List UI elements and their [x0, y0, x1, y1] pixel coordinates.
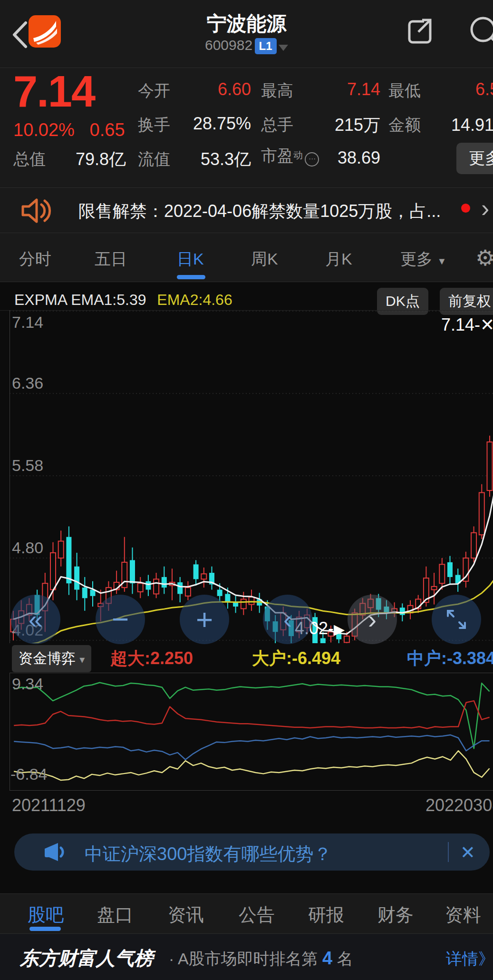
active-tab-underline [177, 275, 205, 279]
price-tag-mark-icon: ✕ [480, 315, 493, 334]
step-forward-button[interactable]: › [348, 595, 397, 644]
tab-more[interactable]: 更多 ▼ [400, 248, 446, 270]
price-change: 10.02% 0.65 [13, 120, 125, 140]
promo-banner[interactable]: 中证沪深300指数有哪些优势？ ✕ [14, 833, 490, 871]
megaphone-icon [42, 841, 69, 863]
y-axis-label: 6.36 [12, 374, 43, 392]
stat-label: 最低 [388, 80, 421, 102]
chevron-down-icon: ▾ [79, 654, 85, 666]
tab-stock-forum[interactable]: 股吧 [28, 903, 64, 927]
detail-link[interactable]: 详情》 [446, 948, 493, 970]
search-icon [467, 13, 493, 51]
gear-icon[interactable]: ⚙ [475, 245, 493, 271]
banner-close-icon[interactable]: ✕ [460, 842, 475, 863]
news-ticker[interactable]: 限售解禁：2022-04-06解禁数量1025万股，占... › [0, 188, 493, 232]
stat-value: 215万 [309, 114, 380, 137]
stock-code: 600982 [205, 37, 252, 53]
zoom-in-button[interactable]: + [180, 595, 229, 644]
fullscreen-button[interactable] [432, 595, 481, 644]
date-start-label: 20211129 [12, 795, 86, 815]
stat-label: 市盈 [261, 147, 293, 165]
stat-label: 流值 [138, 148, 170, 170]
banner-divider [448, 842, 449, 862]
tab-financials[interactable]: 财务 [377, 903, 414, 927]
stat-value: 38.69 [314, 148, 380, 168]
search-button[interactable] [467, 13, 493, 51]
tab-weekly-k[interactable]: 周K [251, 248, 278, 270]
pe-dynamic-sup: 动 [293, 150, 303, 160]
lower-y-top-label: 9.34 [12, 675, 43, 693]
latest-price-text: 7.14- [441, 315, 480, 334]
popularity-rank-bar[interactable]: 东方财富人气榜 · A股市场即时排名第 4 名 详情》 [0, 933, 493, 980]
rank-text-suffix: 名 [337, 950, 353, 968]
share-button[interactable] [405, 17, 435, 47]
double-chevron-icon: 》 [478, 950, 493, 968]
fund-large: 大户:-6.494 [252, 647, 340, 670]
stat-label: 换手 [138, 114, 170, 136]
stat-label: 最高 [261, 80, 293, 102]
current-price: 7.14 [13, 67, 95, 117]
minus-icon: − [112, 607, 129, 632]
fund-line-chart[interactable] [10, 673, 493, 791]
more-stats-button[interactable]: 更多 [456, 143, 493, 174]
fund-medium: 中户:-3.384 [407, 647, 493, 670]
tab-research[interactable]: 研报 [308, 903, 344, 927]
tab-minute[interactable]: 分时 [19, 248, 51, 270]
rank-text: · A股市场即时排名第 4 名 [169, 948, 353, 970]
tab-order-book[interactable]: 盘口 [97, 903, 133, 927]
chevron-left-icon: ‹ [283, 607, 292, 632]
share-icon [405, 17, 435, 47]
chevron-down-icon [279, 45, 288, 51]
step-backward-button[interactable]: ‹ [263, 595, 312, 644]
fund-lines-svg [10, 673, 493, 790]
stat-label: 今开 [138, 80, 170, 102]
rank-text-prefix: A股市场即时排名第 [178, 950, 318, 968]
chevron-down-icon: ▼ [437, 256, 446, 266]
stat-value: 79.8亿 [57, 148, 126, 171]
active-section-underline [29, 927, 61, 931]
tab-announcements[interactable]: 公告 [239, 903, 275, 927]
lower-y-bottom-label: -6.84 [10, 765, 48, 784]
fund-super-large: 超大:2.250 [110, 647, 193, 670]
tab-daily-k[interactable]: 日K [177, 248, 204, 270]
tab-more-label: 更多 [400, 250, 433, 268]
stat-value: 28.75% [181, 114, 251, 134]
divider [0, 233, 493, 233]
tab-profile[interactable]: 资料 [445, 903, 481, 927]
stat-value: 7.14 [309, 79, 380, 99]
pe-ratio-label: 市盈动 ⋯ [261, 145, 319, 167]
y-axis-label: 4.80 [12, 539, 43, 557]
stat-label: 金额 [388, 114, 421, 136]
expma-label: EXPMA EMA1:5.39 [14, 291, 146, 308]
ticker-chevron-icon[interactable]: › [481, 199, 489, 218]
tab-five-day[interactable]: 五日 [95, 248, 127, 270]
expand-icon [444, 607, 469, 632]
banner-text: 中证沪深300指数有哪些优势？ [85, 842, 331, 866]
candlestick-svg [10, 310, 493, 643]
divider [0, 282, 493, 282]
stat-label: 总值 [13, 148, 46, 170]
indicator-readout: EXPMA EMA1:5.39 EMA2:4.66 [14, 291, 232, 309]
divider [0, 187, 493, 188]
chevron-right-icon: › [368, 607, 377, 632]
dot-separator: · [169, 950, 174, 968]
candlestick-chart[interactable] [10, 310, 493, 643]
level-badge: L1 [255, 38, 277, 54]
fast-backward-button[interactable]: « [11, 595, 60, 644]
date-end-label: 20220308 [425, 795, 493, 815]
unread-dot [461, 204, 470, 213]
change-percent: 10.02% [13, 120, 75, 140]
stat-label: 总手 [261, 114, 293, 136]
y-axis-label: 5.58 [12, 456, 43, 475]
stat-value: 53.3亿 [185, 148, 251, 171]
tab-news[interactable]: 资讯 [168, 903, 204, 927]
stat-value: 6.60 [181, 79, 251, 99]
fund-indicator-selector[interactable]: 资金博弈 ▾ [12, 645, 91, 672]
y-axis-label: 7.14 [12, 313, 43, 332]
zoom-out-button[interactable]: − [96, 595, 145, 644]
plus-icon: + [196, 607, 213, 632]
fast-backward-icon: « [29, 607, 43, 632]
tab-monthly-k[interactable]: 月K [325, 248, 352, 270]
change-value: 0.65 [90, 120, 125, 140]
detail-label: 详情 [446, 950, 478, 968]
